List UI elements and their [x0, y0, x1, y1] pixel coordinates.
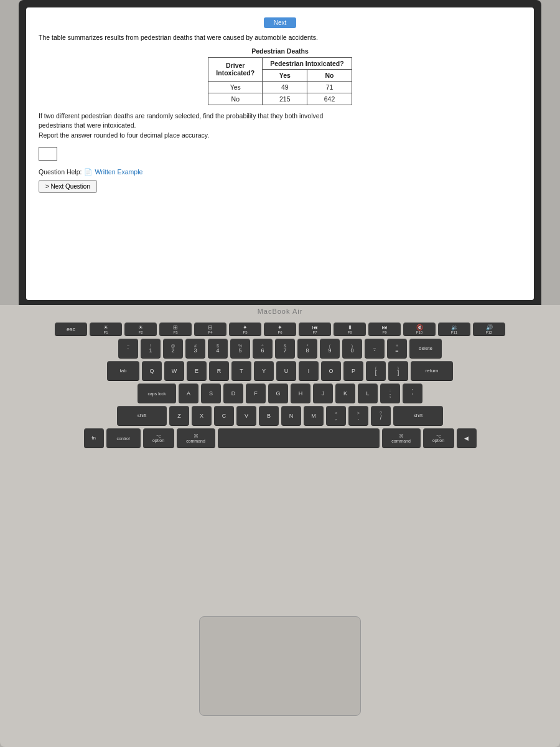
v-key[interactable]: V: [236, 406, 256, 426]
e-key[interactable]: E: [187, 361, 207, 381]
9-key[interactable]: (9: [320, 339, 340, 359]
col-no-header: No: [307, 69, 352, 81]
pedestrian-header: Pedestrian Intoxicated?: [263, 57, 352, 69]
s-key[interactable]: S: [201, 383, 221, 403]
f8-key[interactable]: ⏸F8: [334, 322, 366, 336]
minus-key[interactable]: _-: [365, 339, 385, 359]
f9-key[interactable]: ⏭F9: [368, 322, 401, 336]
i-key[interactable]: I: [299, 361, 319, 381]
b-key[interactable]: B: [259, 406, 279, 426]
table-title: Pedestrian Deaths: [39, 47, 521, 55]
y-key[interactable]: Y: [254, 361, 274, 381]
left-option-key[interactable]: ⌥option: [143, 428, 174, 448]
fn-key[interactable]: fn: [84, 428, 104, 448]
c-key[interactable]: C: [214, 406, 234, 426]
n-key[interactable]: N: [281, 406, 301, 426]
question-text: If two different pedestrian deaths are r…: [39, 111, 521, 141]
esc-key[interactable]: esc: [55, 322, 87, 336]
d-key[interactable]: D: [223, 383, 243, 403]
k-key[interactable]: K: [335, 383, 355, 403]
q-key[interactable]: Q: [142, 361, 162, 381]
next-button[interactable]: Next: [264, 17, 297, 28]
p-key[interactable]: P: [343, 361, 363, 381]
f10-key[interactable]: 🔇F10: [403, 322, 436, 336]
qwerty-row: tab Q W E R T Y U I O P {[ }] return: [19, 361, 541, 381]
cell-yes-yes: 49: [263, 81, 307, 93]
f5-key[interactable]: ✦F5: [229, 322, 261, 336]
cell-yes-no: 71: [307, 81, 352, 93]
2-key[interactable]: @2: [163, 339, 183, 359]
r-key[interactable]: R: [209, 361, 229, 381]
backtick-key[interactable]: ~`: [118, 339, 138, 359]
next-question-button[interactable]: > Next Question: [39, 180, 97, 193]
f6-key[interactable]: ✦F6: [264, 322, 296, 336]
g-key[interactable]: G: [268, 383, 288, 403]
period-key[interactable]: >.: [348, 406, 368, 426]
j-key[interactable]: J: [313, 383, 333, 403]
4-key[interactable]: $4: [208, 339, 228, 359]
answer-input[interactable]: [39, 147, 57, 161]
screen-bezel: Next The table summarizes results from p…: [19, 0, 541, 305]
5-key[interactable]: %5: [230, 339, 250, 359]
function-row: esc ☀F1 ☀F2 ⊞F3 ⊟F4 ✦F5 ✦F6 ⏮F7 ⏸F8 ⏭F9 …: [19, 322, 541, 336]
written-example-link[interactable]: Written Example: [95, 168, 142, 176]
left-command-key[interactable]: ⌘command: [177, 428, 215, 448]
u-key[interactable]: U: [276, 361, 296, 381]
number-row: ~` !1 @2 #3 $4 %5 ^6 &7 *8 (9 )0 _- += d…: [19, 339, 541, 359]
l-key[interactable]: L: [358, 383, 378, 403]
left-arrow-key[interactable]: ◀: [457, 428, 477, 448]
a-key[interactable]: A: [179, 383, 198, 403]
lbracket-key[interactable]: {[: [366, 361, 386, 381]
delete-key[interactable]: delete: [409, 339, 442, 359]
trackpad[interactable]: [199, 616, 361, 716]
rbracket-key[interactable]: }]: [388, 361, 408, 381]
x-key[interactable]: X: [192, 406, 212, 426]
7-key[interactable]: &7: [275, 339, 295, 359]
spacebar-key[interactable]: [218, 428, 380, 448]
quote-key[interactable]: "': [403, 383, 422, 403]
f-key[interactable]: F: [246, 383, 266, 403]
slash-key[interactable]: ?/: [371, 406, 391, 426]
question-help-label: Question Help:: [39, 168, 82, 176]
f4-key[interactable]: ⊟F4: [194, 322, 226, 336]
zxcv-row: shift Z X C V B N M <, >. ?/ shift: [19, 406, 541, 426]
f3-key[interactable]: ⊞F3: [159, 322, 192, 336]
f11-key[interactable]: 🔉F11: [438, 322, 470, 336]
t-key[interactable]: T: [231, 361, 251, 381]
right-shift-key[interactable]: shift: [393, 406, 443, 426]
right-command-key[interactable]: ⌘command: [382, 428, 421, 448]
problem-description: The table summarizes results from pedest…: [39, 33, 521, 42]
right-option-key[interactable]: ⌥option: [423, 428, 454, 448]
caps-lock-key[interactable]: caps lock: [138, 383, 176, 403]
table-row-yes: Yes 49 71: [208, 81, 352, 93]
row-no-label: No: [208, 93, 263, 105]
f12-key[interactable]: 🔊F12: [473, 322, 505, 336]
8-key[interactable]: *8: [297, 339, 317, 359]
o-key[interactable]: O: [321, 361, 341, 381]
0-key[interactable]: )0: [342, 339, 362, 359]
control-key[interactable]: control: [106, 428, 141, 448]
cell-no-yes: 215: [263, 93, 307, 105]
1-key[interactable]: !1: [141, 339, 161, 359]
next-button-container: Next: [39, 17, 521, 28]
f7-key[interactable]: ⏮F7: [299, 322, 331, 336]
equals-key[interactable]: +=: [387, 339, 407, 359]
h-key[interactable]: H: [291, 383, 310, 403]
driver-header: Driver Intoxicated?: [208, 57, 263, 81]
cell-no-no: 642: [307, 93, 352, 105]
f1-key[interactable]: ☀F1: [90, 322, 122, 336]
tab-key[interactable]: tab: [107, 361, 139, 381]
laptop-body: Next The table summarizes results from p…: [0, 0, 560, 747]
left-shift-key[interactable]: shift: [117, 406, 167, 426]
m-key[interactable]: M: [304, 406, 324, 426]
col-yes-header: Yes: [263, 69, 307, 81]
row-yes-label: Yes: [208, 81, 263, 93]
6-key[interactable]: ^6: [253, 339, 273, 359]
return-key[interactable]: return: [411, 361, 453, 381]
semicolon-key[interactable]: :;: [380, 383, 400, 403]
z-key[interactable]: Z: [169, 406, 189, 426]
3-key[interactable]: #3: [185, 339, 205, 359]
w-key[interactable]: W: [164, 361, 184, 381]
comma-key[interactable]: <,: [326, 406, 346, 426]
f2-key[interactable]: ☀F2: [124, 322, 157, 336]
